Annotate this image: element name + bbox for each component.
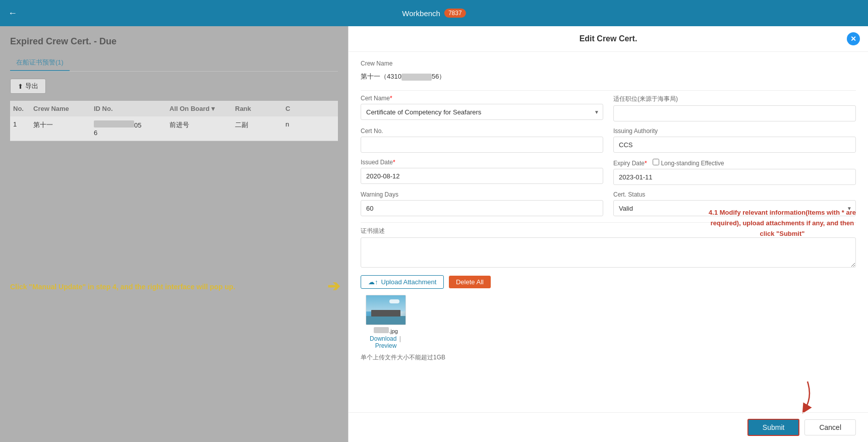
cert-no-label: Cert No. xyxy=(361,128,603,135)
suitable-position-field: 适任职位(来源于海事局) xyxy=(613,95,856,121)
cert-name-row: Cert Name* Certificate of Competency for… xyxy=(361,95,856,121)
preview-link[interactable]: Preview xyxy=(375,342,397,349)
modal-panel: Edit Crew Cert. ✕ Crew Name 第十一（431056） … xyxy=(348,26,868,442)
cert-no-issuing-row: Cert No. Issuing Authority xyxy=(361,128,856,153)
expiry-date-input[interactable] xyxy=(613,169,856,185)
download-link[interactable]: Download xyxy=(370,335,396,342)
upload-icon: ☁↑ xyxy=(368,278,378,286)
long-standing-checkbox[interactable] xyxy=(653,159,659,165)
export-button[interactable]: ⬆ 导出 xyxy=(10,79,46,94)
thumb-cloud xyxy=(389,299,399,303)
workbench-badge: 7837 xyxy=(444,9,466,18)
right-arrow-icon: ➔ xyxy=(327,277,340,295)
upload-section: ☁↑ Upload Attachment Delete All xyxy=(361,275,856,289)
warning-days-label: Warning Days xyxy=(361,191,603,198)
topbar: ← Workbench 7837 xyxy=(0,0,868,26)
issued-date-input[interactable] xyxy=(361,168,603,184)
modal-title: Edit Crew Cert. xyxy=(580,34,638,43)
col-id-no: ID No. xyxy=(94,105,169,112)
crew-name-value: 第十一（431056） xyxy=(361,69,856,84)
cert-name-label: Cert Name* xyxy=(361,95,603,102)
left-panel: Expired Crew Cert. - Due 在船证书预警(1) ⬆ 导出 … xyxy=(0,26,348,442)
table-header: No. Crew Name ID No. All On Board ▾ Rank… xyxy=(10,101,338,116)
issuing-authority-field: Issuing Authority xyxy=(613,128,856,153)
delete-all-button[interactable]: Delete All xyxy=(449,276,491,288)
file-size-note: 单个上传文件大小不能超过1GB xyxy=(361,353,856,362)
tab-bar: 在船证书预警(1) xyxy=(10,55,338,72)
table-row: 1 第十一 056 前进号 二副 n xyxy=(10,116,338,141)
cert-status-label: Cert. Status xyxy=(613,191,856,198)
cell-extra: n xyxy=(285,120,316,137)
cell-status: 前进号 xyxy=(169,120,235,137)
delete-all-label: Delete All xyxy=(456,278,484,286)
issuing-authority-label: Issuing Authority xyxy=(613,128,856,135)
red-arrow-svg xyxy=(777,379,818,414)
step4-annotation: Click "Manual Update" in step 4, and the… xyxy=(10,283,318,291)
col-all-on-board[interactable]: All On Board ▾ xyxy=(169,105,235,112)
action-separator: | xyxy=(399,335,401,342)
cert-name-select-wrapper: Certificate of Competency for Seafarers … xyxy=(361,104,603,120)
divider1 xyxy=(361,90,856,91)
cell-no: 1 xyxy=(13,120,33,137)
upload-attachment-button[interactable]: ☁↑ Upload Attachment xyxy=(361,275,444,289)
step-annotation: 4.1 Modify relevant information(Items wi… xyxy=(707,208,858,239)
workbench-label: Workbench xyxy=(402,9,440,18)
upload-btn-label: Upload Attachment xyxy=(381,278,437,286)
cert-name-select[interactable]: Certificate of Competency for Seafarers xyxy=(361,104,603,120)
attachment-filename: .jpg xyxy=(374,327,398,334)
thumb-ship xyxy=(371,310,400,317)
expiry-date-label: Expiry Date* Long-standing Effective xyxy=(613,159,856,167)
export-icon: ⬆ xyxy=(18,83,23,90)
col-rank: Rank xyxy=(235,105,285,112)
cert-no-field: Cert No. xyxy=(361,128,603,153)
issued-date-label: Issued Date* xyxy=(361,159,603,166)
issued-date-field: Issued Date* xyxy=(361,159,603,185)
attachment-thumbnail xyxy=(366,295,406,325)
main-layout: Expired Crew Cert. - Due 在船证书预警(1) ⬆ 导出 … xyxy=(0,26,868,442)
submit-arrow-container xyxy=(777,379,818,416)
topbar-title-group: Workbench 7837 xyxy=(402,9,466,18)
filename-blurred xyxy=(374,327,389,333)
attachment-actions: Download | Preview xyxy=(361,335,411,349)
issuing-authority-input[interactable] xyxy=(613,137,856,153)
submit-button[interactable]: Submit xyxy=(747,419,800,436)
modal-header: Edit Crew Cert. ✕ xyxy=(349,26,868,52)
description-textarea[interactable] xyxy=(361,237,856,268)
cancel-button[interactable]: Cancel xyxy=(804,419,856,435)
col-crew-name: Crew Name xyxy=(33,105,94,112)
thumb-water xyxy=(366,316,406,325)
warning-days-input[interactable] xyxy=(361,200,603,216)
warning-days-field: Warning Days xyxy=(361,191,603,216)
cert-name-required: * xyxy=(390,95,392,102)
cell-rank: 二副 xyxy=(235,120,285,137)
crew-name-section: Crew Name 第十一（431056） xyxy=(361,60,856,84)
suitable-position-input[interactable] xyxy=(613,105,856,121)
col-no: No. xyxy=(13,105,33,112)
page-title: Expired Crew Cert. - Due xyxy=(10,36,338,47)
dates-row: Issued Date* Expiry Date* Long-standing … xyxy=(361,159,856,185)
crew-name-label: Crew Name xyxy=(361,60,856,67)
suitable-position-label: 适任职位(来源于海事局) xyxy=(613,95,856,103)
back-button[interactable]: ← xyxy=(8,8,17,19)
attachment-item: .jpg Download | Preview xyxy=(361,295,411,349)
thumb-sky xyxy=(366,295,406,311)
cell-id-no: 056 xyxy=(94,120,169,137)
tab-onboard-cert[interactable]: 在船证书预警(1) xyxy=(10,55,70,71)
cert-name-field: Cert Name* Certificate of Competency for… xyxy=(361,95,603,120)
cell-crew-name: 第十一 xyxy=(33,120,94,137)
expiry-date-field: Expiry Date* Long-standing Effective xyxy=(613,159,856,185)
modal-close-button[interactable]: ✕ xyxy=(847,32,860,45)
cert-no-input[interactable] xyxy=(361,137,603,153)
col-c: C xyxy=(285,105,316,112)
close-icon: ✕ xyxy=(850,35,856,43)
export-label: 导出 xyxy=(25,82,38,91)
modal-footer: Submit Cancel xyxy=(349,412,868,442)
